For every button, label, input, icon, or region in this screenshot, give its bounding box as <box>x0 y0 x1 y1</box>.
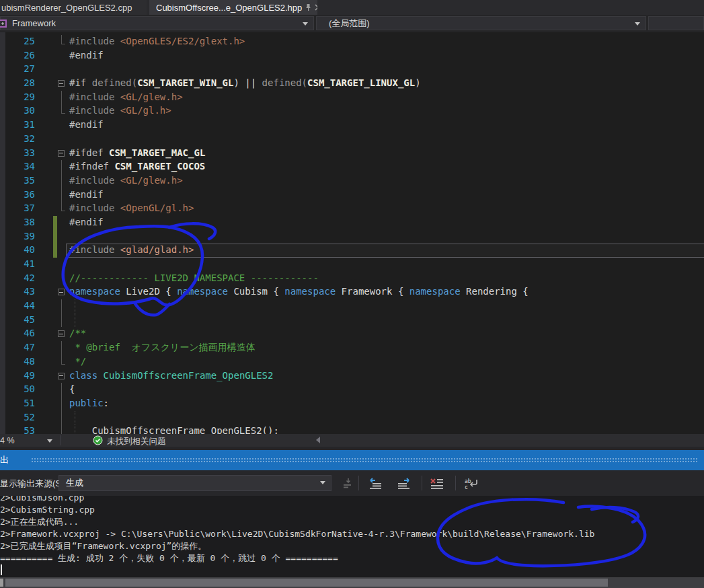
line-number[interactable]: 26 <box>0 50 35 61</box>
line-number[interactable]: 32 <box>0 133 35 144</box>
line-number[interactable]: 39 <box>0 231 35 242</box>
line-number[interactable]: 27 <box>0 63 35 74</box>
chevron-down-icon <box>635 22 640 26</box>
code-editor[interactable]: 25#include <OpenGLES/ES2/glext.h>26#endi… <box>0 32 704 434</box>
code-line-row[interactable]: 36#endif <box>0 188 704 203</box>
line-number[interactable]: 28 <box>0 77 35 88</box>
fold-collapse-icon[interactable] <box>58 289 65 295</box>
project-dropdown[interactable]: Framework <box>0 16 314 30</box>
code-line-row[interactable]: 42//------------ LIVE2D NAMESPACE ------… <box>0 272 704 286</box>
line-number[interactable]: 25 <box>0 36 35 46</box>
line-number[interactable]: 42 <box>0 272 35 283</box>
code-line-row[interactable]: 47 * @brief オフスクリーン描画用構造体 <box>0 341 704 355</box>
line-number[interactable]: 50 <box>0 383 35 394</box>
code-line-row[interactable]: 31#endif <box>0 118 704 133</box>
code-token: <OpenGL/gl.h> <box>120 203 194 213</box>
scroll-left-arrow-icon[interactable] <box>316 437 320 443</box>
line-number[interactable]: 36 <box>0 189 35 200</box>
word-wrap-icon[interactable]: abc <box>463 476 480 491</box>
line-number[interactable]: 30 <box>0 105 35 116</box>
code-token: <GL/gl.h> <box>120 105 171 116</box>
output-text-area[interactable]: 2>CubismJson.cpp2>CubismString.cpp2>正在生成… <box>0 496 704 577</box>
code-line-row[interactable]: 40#include <glad/glad.h> <box>0 244 704 258</box>
scope-dropdown[interactable]: (全局范围) <box>316 16 646 30</box>
line-number[interactable]: 37 <box>0 203 35 213</box>
tab-active[interactable]: CubismOffscree...e_OpenGLES2.hpp <box>149 0 317 15</box>
code-text: #endif <box>69 217 104 227</box>
code-line-row[interactable]: 49class CubismOffscreenFrame_OpenGLES2 <box>0 369 704 383</box>
member-dropdown[interactable] <box>648 16 704 30</box>
next-message-icon[interactable] <box>394 476 412 491</box>
code-line-row[interactable]: 39 <box>0 230 704 244</box>
code-line-row[interactable]: 35#include <GL/glew.h> <box>0 174 704 188</box>
code-line-row[interactable]: 25#include <OpenGLES/ES2/glext.h> <box>0 35 704 49</box>
clear-all-icon[interactable] <box>428 476 446 491</box>
code-line-row[interactable]: 33#ifdef CSM_TARGET_MAC_GL <box>0 147 704 161</box>
fold-collapse-icon[interactable] <box>58 373 65 379</box>
code-lines: 25#include <OpenGLES/ES2/glext.h>26#endi… <box>0 35 704 434</box>
line-number[interactable]: 52 <box>0 412 35 422</box>
code-line-row[interactable]: 37#include <OpenGL/gl.h> <box>0 202 704 216</box>
fold-collapse-icon[interactable] <box>58 330 65 337</box>
code-line-row[interactable]: 28#if defined(CSM_TARGET_WIN_GL) || defi… <box>0 77 704 91</box>
prev-message-icon[interactable] <box>368 476 385 491</box>
line-number[interactable]: 47 <box>0 342 35 353</box>
line-number[interactable]: 45 <box>0 314 35 325</box>
pin-icon[interactable] <box>305 3 312 11</box>
code-token: Rendering { <box>461 286 529 297</box>
code-text: { <box>69 383 75 394</box>
code-line-row[interactable]: 38#endif <box>0 216 704 230</box>
code-text: */ <box>69 356 86 367</box>
close-icon[interactable] <box>315 4 317 11</box>
zoom-level-dropdown[interactable]: 04 % <box>0 434 59 447</box>
code-token <box>97 370 103 381</box>
code-line-row[interactable]: 44 <box>0 299 704 314</box>
code-text: #include <OpenGL/gl.h> <box>69 203 194 213</box>
scrollbar-thumb[interactable] <box>5 579 608 587</box>
line-number[interactable]: 41 <box>0 258 35 269</box>
code-line-row[interactable]: 41 <box>0 258 704 272</box>
output-line: 2>CubismString.cpp <box>0 504 704 516</box>
line-number[interactable]: 29 <box>0 91 35 102</box>
output-source-dropdown[interactable]: 生成 <box>58 475 331 491</box>
code-line-row[interactable]: 32 <box>0 133 704 147</box>
line-number[interactable]: 38 <box>0 217 35 227</box>
line-number[interactable]: 31 <box>0 119 35 130</box>
line-number[interactable]: 46 <box>0 328 35 338</box>
line-number[interactable]: 51 <box>0 398 35 408</box>
fold-collapse-icon[interactable] <box>58 150 65 157</box>
line-number[interactable]: 35 <box>0 175 35 186</box>
tab-label: ubismRenderer_OpenGLES2.cpp <box>1 3 147 13</box>
line-number[interactable]: 43 <box>0 286 35 297</box>
code-line-row[interactable]: 53 CubismOffscreenFrame_OpenGLES2(); <box>0 425 704 434</box>
line-number[interactable]: 48 <box>0 356 35 367</box>
document-health-indicator[interactable]: 未找到相关问题 <box>93 435 166 447</box>
fold-collapse-icon[interactable] <box>58 80 65 87</box>
code-line-row[interactable]: 26#endif <box>0 49 704 63</box>
code-line-row[interactable]: 50{ <box>0 383 704 397</box>
code-line-row[interactable]: 46/** <box>0 327 704 341</box>
code-line-row[interactable]: 51public: <box>0 397 704 411</box>
line-number[interactable]: 40 <box>0 244 35 255</box>
code-line-row[interactable]: 29#include <GL/glew.h> <box>0 91 704 105</box>
line-number[interactable]: 33 <box>0 147 35 158</box>
fold-guide-line <box>61 411 62 425</box>
fold-guide-end <box>61 104 65 114</box>
line-number[interactable]: 44 <box>0 300 35 311</box>
output-panel-title-bar[interactable]: 输出 <box>0 450 704 470</box>
code-line-row[interactable]: 48 */ <box>0 355 704 369</box>
code-line-row[interactable]: 52 <box>0 411 704 425</box>
code-line-row[interactable]: 34#ifndef CSM_TARGET_COCOS <box>0 160 704 174</box>
code-line-row[interactable]: 43namespace Live2D { namespace Cubism { … <box>0 285 704 299</box>
tab-inactive[interactable]: ubismRenderer_OpenGLES2.cpp <box>0 0 147 15</box>
line-number[interactable]: 49 <box>0 370 35 381</box>
code-line-row[interactable]: 45 <box>0 314 704 328</box>
line-number[interactable]: 53 <box>0 425 35 434</box>
code-line-row[interactable]: 27 <box>0 63 704 77</box>
code-token: #if <box>69 77 92 88</box>
code-line-row[interactable]: 30#include <GL/gl.h> <box>0 104 704 118</box>
horizontal-scrollbar[interactable] <box>0 577 704 588</box>
change-tracking-bar <box>53 244 57 258</box>
line-number[interactable]: 34 <box>0 161 35 172</box>
goto-source-icon <box>340 476 357 491</box>
